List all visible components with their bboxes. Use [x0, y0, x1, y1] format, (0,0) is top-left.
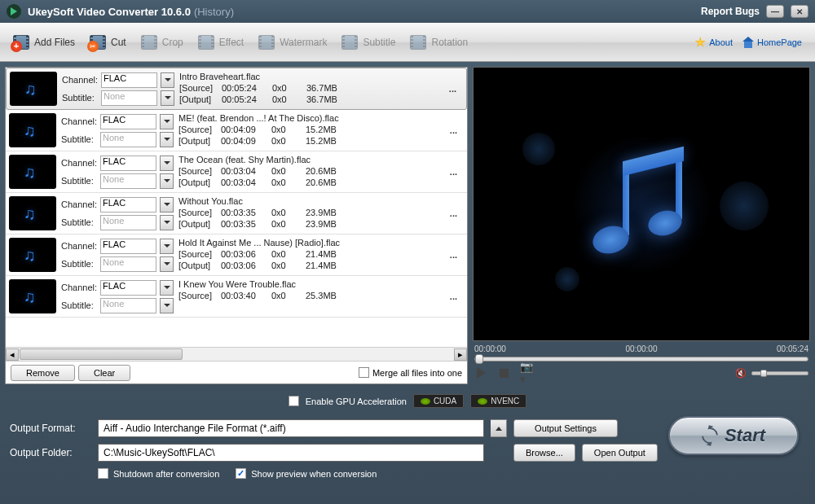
- chevron-down-icon[interactable]: [161, 90, 174, 106]
- output-format-select[interactable]: Aiff - Audio Interchange File Format (*.…: [98, 419, 484, 437]
- file-info: Intro Braveheart.flac [Source]00:05:240x…: [174, 72, 449, 106]
- output-folder-input[interactable]: C:\Music-UkeySoft\FLAC\: [98, 444, 484, 462]
- format-dropdown-button[interactable]: [491, 419, 507, 437]
- add-files-button[interactable]: + Add Files: [5, 29, 82, 55]
- rotation-button[interactable]: Rotation: [402, 29, 474, 55]
- crop-button[interactable]: Crop: [133, 29, 190, 55]
- music-note-icon: [24, 204, 42, 222]
- subtitle-select[interactable]: None: [100, 132, 156, 147]
- film-icon: [198, 35, 214, 50]
- file-row[interactable]: Channel:FLAC Subtitle:None Hold It Again…: [6, 234, 467, 276]
- about-link[interactable]: About: [694, 37, 733, 48]
- minimize-button[interactable]: —: [766, 5, 784, 18]
- channel-select[interactable]: FLAC: [100, 156, 156, 171]
- seek-thumb[interactable]: [475, 354, 483, 364]
- subtitle-select[interactable]: None: [100, 256, 156, 272]
- chevron-down-icon[interactable]: [160, 114, 174, 129]
- file-thumbnail: [9, 113, 56, 147]
- chevron-down-icon[interactable]: [160, 298, 174, 313]
- file-info: Without You.flac [Source]00:03:350x023.9…: [174, 196, 450, 230]
- file-row[interactable]: Channel:FLAC Subtitle:None ME! (feat. Br…: [6, 110, 467, 151]
- channel-label: Channel:: [61, 158, 97, 168]
- effect-button[interactable]: Effect: [190, 29, 250, 55]
- channel-select[interactable]: FLAC: [101, 72, 157, 88]
- chevron-down-icon[interactable]: [160, 173, 174, 189]
- subtitle-select[interactable]: None: [100, 298, 156, 313]
- file-more-button[interactable]: ...: [449, 84, 463, 94]
- music-note-icon: [24, 121, 42, 139]
- output-settings-button[interactable]: Output Settings: [513, 419, 618, 437]
- scroll-thumb[interactable]: [20, 348, 183, 360]
- file-thumbnail: [9, 279, 56, 313]
- channel-select[interactable]: FLAC: [100, 239, 156, 254]
- file-thumbnail: [9, 196, 56, 230]
- preview-label: Show preview when conversion: [251, 469, 377, 479]
- chevron-down-icon[interactable]: [160, 280, 174, 296]
- merge-checkbox[interactable]: [359, 367, 369, 378]
- channel-select[interactable]: FLAC: [100, 197, 156, 213]
- file-more-button[interactable]: ...: [450, 125, 464, 135]
- subtitle-button[interactable]: Subtitle: [333, 29, 402, 55]
- channel-select[interactable]: FLAC: [100, 280, 156, 296]
- start-button[interactable]: Start: [668, 416, 799, 455]
- chevron-down-icon[interactable]: [160, 156, 174, 171]
- close-button[interactable]: ✕: [791, 5, 808, 18]
- scroll-left-icon[interactable]: ◂: [6, 348, 19, 361]
- output-format-label: Output Format:: [10, 423, 91, 434]
- seek-slider[interactable]: [474, 357, 808, 362]
- award-icon: [694, 37, 706, 48]
- file-more-button[interactable]: ...: [450, 208, 464, 218]
- gpu-label: Enable GPU Acceleration: [306, 397, 407, 406]
- gpu-row: Enable GPU Acceleration CUDA NVENC: [0, 389, 815, 413]
- clear-button[interactable]: Clear: [78, 365, 130, 381]
- camera-icon: 📷▾: [520, 361, 533, 385]
- subtitle-label: Subtitle:: [61, 300, 97, 310]
- file-list[interactable]: Channel:FLAC Subtitle:None Intro Bravehe…: [6, 68, 467, 347]
- volume-slider[interactable]: [751, 371, 808, 375]
- file-more-button[interactable]: ...: [450, 291, 464, 301]
- music-note-icon: [24, 80, 42, 98]
- chevron-down-icon[interactable]: [161, 72, 174, 88]
- file-row[interactable]: Channel:FLAC Subtitle:None I Knew You We…: [6, 276, 467, 318]
- film-icon: [258, 35, 275, 50]
- shutdown-checkbox[interactable]: [98, 468, 108, 479]
- cut-button[interactable]: ✂ Cut: [82, 29, 133, 55]
- file-more-button[interactable]: ...: [450, 167, 464, 177]
- stop-button[interactable]: [497, 366, 510, 379]
- chevron-down-icon[interactable]: [160, 256, 174, 272]
- file-row[interactable]: Channel:FLAC Subtitle:None Intro Bravehe…: [6, 68, 467, 110]
- scroll-right-icon[interactable]: ▸: [454, 348, 467, 361]
- preview-checkbox[interactable]: [236, 468, 246, 479]
- play-icon: [477, 367, 486, 379]
- cuda-badge: CUDA: [413, 394, 464, 408]
- watermark-button[interactable]: Watermark: [250, 29, 333, 55]
- channel-select[interactable]: FLAC: [100, 114, 156, 129]
- preview-display: [473, 67, 810, 341]
- play-button[interactable]: [474, 366, 487, 379]
- report-bugs-link[interactable]: Report Bugs: [701, 6, 760, 17]
- open-output-button[interactable]: Open Output: [582, 444, 658, 462]
- file-more-button[interactable]: ...: [450, 250, 464, 260]
- stop-icon: [500, 369, 509, 378]
- music-note-icon: [584, 139, 698, 270]
- subtitle-select[interactable]: None: [101, 90, 157, 106]
- chevron-down-icon[interactable]: [160, 239, 174, 254]
- volume-icon[interactable]: 🔇: [735, 368, 747, 379]
- file-name: Intro Braveheart.flac: [179, 72, 449, 83]
- gpu-checkbox[interactable]: [289, 396, 299, 406]
- volume-thumb[interactable]: [760, 370, 767, 377]
- chevron-down-icon[interactable]: [160, 197, 174, 213]
- remove-button[interactable]: Remove: [11, 365, 75, 381]
- horizontal-scrollbar[interactable]: ◂ ▸: [6, 347, 467, 361]
- file-info: Hold It Against Me ... Nause) [Radio].fl…: [174, 238, 450, 272]
- snapshot-button[interactable]: 📷▾: [520, 366, 533, 379]
- subtitle-select[interactable]: None: [100, 173, 156, 189]
- subtitle-select[interactable]: None: [100, 215, 156, 230]
- file-row[interactable]: Channel:FLAC Subtitle:None The Ocean (fe…: [6, 151, 467, 193]
- chevron-down-icon[interactable]: [160, 132, 174, 147]
- homepage-link[interactable]: HomePage: [742, 37, 802, 48]
- browse-button[interactable]: Browse...: [513, 444, 575, 462]
- chevron-down-icon[interactable]: [160, 215, 174, 230]
- channel-label: Channel:: [61, 116, 97, 126]
- file-row[interactable]: Channel:FLAC Subtitle:None Without You.f…: [6, 193, 467, 234]
